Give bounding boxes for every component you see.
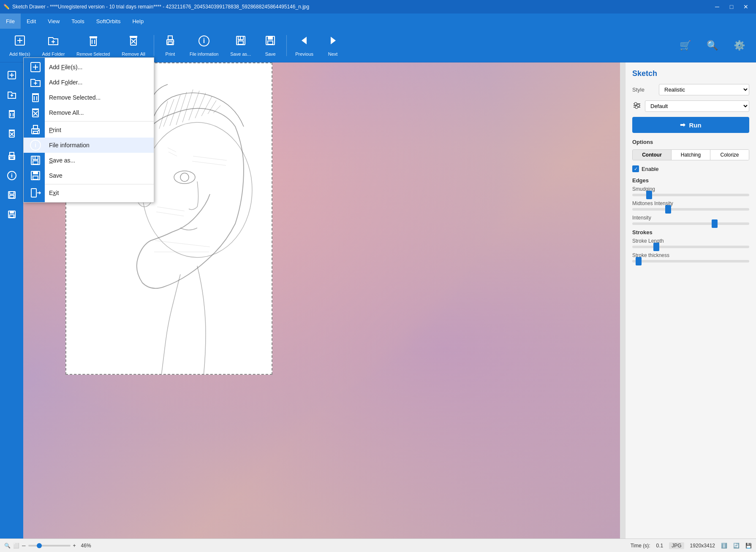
sidebar-save[interactable] — [3, 205, 21, 224]
run-label: Run — [689, 122, 701, 129]
zoom-search-icon: 🔍 — [4, 543, 11, 549]
sidebar-add-folder[interactable] — [3, 85, 21, 104]
menu-add-folder-label: Add Folder... — [49, 79, 82, 86]
search-icon: 🔍 — [707, 40, 718, 51]
statusbar-icon-2[interactable]: 🔄 — [733, 543, 740, 549]
sidebar-file-info[interactable]: i — [3, 166, 21, 185]
intensity-slider[interactable] — [632, 222, 749, 225]
cart-icon: 🛒 — [680, 40, 691, 51]
zoom-plus-icon[interactable]: + — [73, 543, 76, 549]
zoom-slider[interactable] — [28, 545, 71, 547]
menu-add-folder[interactable]: Add Folder... — [24, 75, 154, 90]
menu-save[interactable]: Save — [24, 168, 154, 183]
stroke-length-label: Stroke Length — [632, 238, 749, 244]
style-select[interactable]: Realistic — [659, 84, 749, 95]
run-button[interactable]: ➡ Run — [632, 117, 749, 133]
menu-file[interactable]: File — [0, 14, 21, 29]
svg-text:i: i — [11, 172, 13, 179]
menu-print[interactable]: Print — [24, 122, 154, 138]
menu-view[interactable]: View — [42, 14, 65, 29]
svg-rect-105 — [33, 171, 38, 174]
sidebar-print[interactable] — [3, 147, 21, 165]
close-button[interactable]: ✕ — [739, 0, 753, 14]
stroke-thickness-thumb[interactable] — [636, 257, 642, 265]
toolbar-previous-label: Previous — [295, 51, 313, 57]
menu-file-info[interactable]: i File information — [24, 138, 154, 153]
sidebar-remove-all[interactable] — [3, 124, 21, 143]
toolbar-save[interactable]: Save — [258, 32, 283, 59]
tab-contour[interactable]: Contour — [633, 150, 672, 160]
style-label: Style — [632, 87, 655, 93]
toolbar-save-as-label: Save as... — [230, 51, 251, 57]
svg-rect-107 — [31, 189, 36, 197]
smudging-thumb[interactable] — [646, 191, 652, 199]
toolbar-file-info[interactable]: i File information — [185, 32, 223, 59]
tab-hatching[interactable]: Hatching — [672, 150, 710, 160]
maximize-button[interactable]: □ — [725, 0, 738, 14]
midtones-thumb[interactable] — [665, 205, 671, 214]
svg-rect-106 — [33, 176, 38, 179]
statusbar-icon-1[interactable]: ℹ️ — [721, 543, 727, 549]
intensity-thumb[interactable] — [712, 219, 718, 228]
smudging-slider[interactable] — [632, 194, 749, 196]
svg-rect-43 — [10, 157, 14, 159]
stroke-length-thumb[interactable] — [653, 243, 659, 251]
zoom-percent: 46% — [81, 543, 91, 549]
menu-help[interactable]: Help — [126, 14, 150, 29]
strokes-section: Strokes Stroke Length Stroke thickness — [632, 229, 749, 262]
menubar: File Edit View Tools SoftOrbits Help — [0, 14, 756, 29]
vertical-scrollbar[interactable] — [620, 62, 625, 538]
sidebar-save-as[interactable] — [3, 186, 21, 204]
toolbar-next-label: Next — [328, 51, 338, 57]
enable-checkbox[interactable]: ✓ — [632, 165, 639, 172]
menu-add-files[interactable]: Add File(s)... — [24, 60, 154, 75]
file-info-icon: i — [198, 35, 210, 50]
menu-remove-all[interactable]: Remove All... — [24, 105, 154, 120]
save-as-icon — [234, 34, 247, 50]
menu-save-as[interactable]: Save as... — [24, 153, 154, 168]
svg-rect-95 — [33, 125, 38, 129]
toolbar-print-label: Print — [166, 51, 175, 57]
toolbar-print[interactable]: Print — [158, 32, 183, 59]
zoom-minus-icon[interactable]: ─ — [22, 543, 26, 549]
style-row: Style Realistic — [632, 84, 749, 95]
tab-colorize[interactable]: Colorize — [710, 150, 749, 160]
presets-select[interactable]: Default — [645, 100, 749, 112]
titlebar: ✏️ Sketch Drawer - ****Unregistered vers… — [0, 0, 756, 14]
toolbar-settings[interactable]: ⚙️ — [726, 38, 752, 54]
menu-add-folder-icon — [29, 76, 42, 89]
statusbar: 🔍 ⬜ ─ + 46% Time (s): 0.1 JPG 1920x3412 … — [0, 538, 756, 552]
menu-remove-all-label: Remove All... — [49, 109, 84, 116]
svg-rect-51 — [10, 215, 14, 217]
toolbar-cart[interactable]: 🛒 — [672, 38, 698, 54]
sidebar-remove-selected[interactable] — [3, 105, 21, 123]
toolbar-previous[interactable]: Previous — [290, 32, 318, 59]
svg-rect-21 — [238, 41, 243, 44]
stroke-length-slider[interactable] — [632, 246, 749, 248]
file-dropdown-menu: Add File(s)... Add Folder... Remove Sele… — [23, 57, 154, 203]
minimize-button[interactable]: ─ — [710, 0, 724, 14]
midtones-slider[interactable] — [632, 208, 749, 211]
stroke-thickness-slider[interactable] — [632, 260, 749, 262]
left-sidebar: i — [0, 62, 23, 538]
svg-marker-27 — [331, 37, 336, 44]
svg-marker-26 — [302, 37, 307, 44]
menu-exit[interactable]: Exit — [24, 185, 154, 200]
menu-tools[interactable]: Tools — [65, 14, 90, 29]
menu-remove-selected[interactable]: Remove Selected... — [24, 90, 154, 105]
svg-text:i: i — [35, 142, 36, 149]
run-arrow-icon: ➡ — [680, 121, 685, 129]
sidebar-add-files[interactable] — [3, 66, 21, 84]
svg-marker-109 — [39, 191, 41, 195]
statusbar-icon-3[interactable]: 💾 — [745, 543, 752, 549]
toolbar-file-info-label: File information — [190, 52, 218, 57]
toolbar-save-as[interactable]: Save as... — [225, 32, 256, 59]
menu-save-as-label: Save as... — [49, 157, 75, 164]
toolbar-search[interactable]: 🔍 — [699, 38, 725, 54]
menu-edit[interactable]: Edit — [21, 14, 42, 29]
svg-text:i: i — [203, 37, 205, 44]
toolbar-next[interactable]: Next — [320, 32, 345, 59]
menu-softorbits[interactable]: SoftOrbits — [90, 14, 127, 29]
right-panel: Sketch Style Realistic Default ➡ Run Opt… — [625, 62, 756, 538]
stroke-thickness-label: Stroke thickness — [632, 252, 749, 258]
